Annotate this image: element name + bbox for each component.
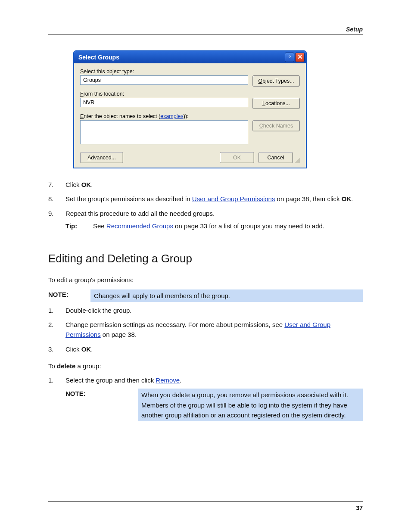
- delete-intro: To delete a group:: [48, 361, 363, 371]
- step-text: Repeat this procedure to add all the nee…: [65, 208, 363, 231]
- edit-note: NOTE: Changes will apply to all members …: [48, 289, 363, 302]
- section-heading: Editing and Deleting a Group: [48, 250, 363, 267]
- help-button[interactable]: ?: [285, 53, 294, 62]
- edit-step-1: 1. Double-click the group.: [48, 305, 363, 315]
- step-7: 7. Click OK.: [48, 180, 363, 190]
- step-num: 9.: [48, 208, 65, 231]
- link-remove[interactable]: Remove: [156, 376, 180, 384]
- page-header: Setup: [48, 26, 363, 35]
- step-text: Click OK.: [65, 180, 363, 190]
- step-text: Change permission settings as necessary.…: [65, 320, 363, 340]
- locations-button[interactable]: Locations...: [252, 98, 300, 109]
- cancel-button[interactable]: Cancel: [258, 152, 293, 163]
- edit-intro: To edit a group's permissions:: [48, 275, 363, 285]
- note-label: NOTE:: [65, 389, 130, 421]
- step-num: 8.: [48, 194, 65, 204]
- dialog-titlebar[interactable]: Select Groups ?: [74, 51, 306, 63]
- dialog-footer: Advanced... OK Cancel: [80, 149, 300, 163]
- step-num: 7.: [48, 180, 65, 190]
- object-types-button[interactable]: Object Types...: [252, 75, 300, 87]
- link-recommended-groups[interactable]: Recommended Groups: [106, 222, 173, 230]
- object-type-label-text: elect this object type:: [84, 68, 134, 75]
- step-num: 1.: [48, 375, 65, 421]
- help-icon: ?: [287, 54, 293, 61]
- titlebar-buttons: ?: [285, 53, 305, 62]
- object-names-input[interactable]: [80, 120, 248, 144]
- step-num: 3.: [48, 344, 65, 354]
- step-9: 9. Repeat this procedure to add all the …: [48, 208, 363, 231]
- check-names-button[interactable]: Check Names: [252, 120, 300, 131]
- page-footer: 37: [48, 501, 363, 511]
- dialog-title: Select Groups: [78, 54, 119, 61]
- tip-label: Tip:: [65, 221, 85, 231]
- note-body: When you delete a group, you remove all …: [138, 389, 363, 421]
- object-type-value: Groups: [83, 77, 101, 84]
- step-text: Select the group and then click Remove. …: [65, 375, 363, 421]
- ok-button[interactable]: OK: [220, 152, 254, 163]
- step-num: 1.: [48, 305, 65, 315]
- close-button[interactable]: [295, 53, 305, 62]
- object-type-field[interactable]: Groups: [80, 75, 248, 85]
- edit-step-2: 2. Change permission settings as necessa…: [48, 320, 363, 340]
- resize-grip-icon[interactable]: [295, 158, 300, 163]
- close-icon: [297, 54, 303, 61]
- delete-step-1: 1. Select the group and then click Remov…: [48, 375, 363, 421]
- tip-body: See Recommended Groups on page 33 for a …: [93, 221, 363, 231]
- link-permissions[interactable]: User and Group Permissions: [192, 195, 275, 202]
- dialog-container: Select Groups ? Select: [73, 50, 307, 168]
- step-8: 8. Set the group's permissions as descri…: [48, 194, 363, 204]
- location-value: NVR: [83, 99, 94, 106]
- location-label: From this location:: [80, 91, 300, 97]
- advanced-button[interactable]: Advanced...: [80, 152, 123, 163]
- location-field[interactable]: NVR: [80, 98, 248, 107]
- svg-text:?: ?: [288, 54, 291, 59]
- step-text: Click OK.: [65, 344, 363, 354]
- page-number: 37: [356, 504, 363, 511]
- step-text: Set the group's permissions as described…: [65, 194, 363, 204]
- select-groups-dialog: Select Groups ? Select: [73, 50, 307, 168]
- examples-link[interactable]: examples: [160, 113, 184, 119]
- names-label: Enter the object names to select (exampl…: [80, 113, 300, 119]
- dialog-body: Select this object type: Groups Object T…: [74, 63, 306, 168]
- step-num: 2.: [48, 320, 65, 340]
- page: Setup Select Groups ?: [0, 0, 411, 532]
- edit-step-3: 3. Click OK.: [48, 344, 363, 354]
- note-label: NOTE:: [48, 289, 83, 299]
- body-text: 7. Click OK. 8. Set the group's permissi…: [48, 180, 363, 421]
- step-text: Double-click the group.: [65, 305, 363, 315]
- object-type-label: Select this object type:: [80, 68, 300, 75]
- note-body: Changes will apply to all members of the…: [90, 289, 363, 302]
- header-section: Setup: [346, 26, 363, 33]
